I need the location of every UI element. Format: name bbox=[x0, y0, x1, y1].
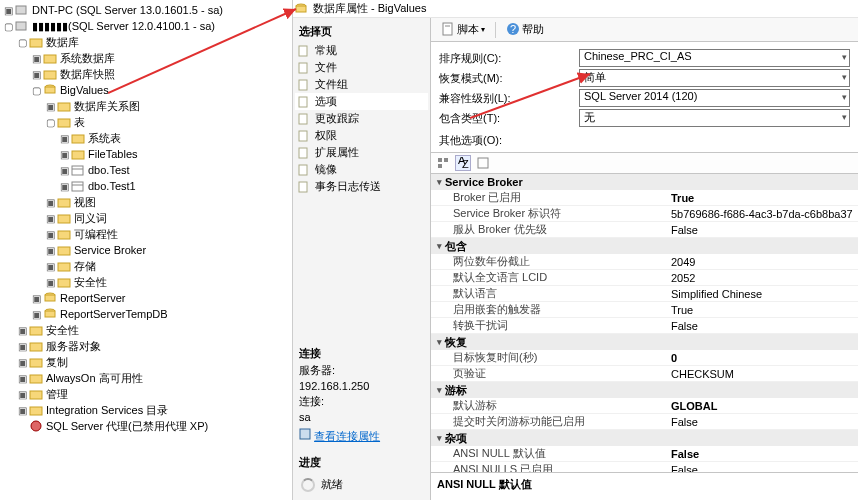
collation-dropdown[interactable]: Chinese_PRC_CI_AS▾ bbox=[579, 49, 850, 67]
grid-row[interactable]: 服从 Broker 优先级False bbox=[431, 222, 858, 238]
svg-rect-19 bbox=[58, 231, 70, 239]
view-connection-props-link[interactable]: 查看连接属性 bbox=[314, 430, 380, 442]
grid-row[interactable]: 转换干扰词False bbox=[431, 318, 858, 334]
page-icon bbox=[297, 147, 311, 159]
tree-node-security-top[interactable]: ▣安全性 bbox=[2, 322, 292, 338]
tree-node-alwayson[interactable]: ▣AlwaysOn 高可用性 bbox=[2, 370, 292, 386]
grid-row[interactable]: 两位数年份截止2049 bbox=[431, 254, 858, 270]
dialog-title: 数据库属性 - BigValues bbox=[313, 1, 427, 16]
script-icon bbox=[441, 22, 455, 38]
tree-node-databases[interactable]: ▢数据库 bbox=[2, 34, 292, 50]
recovery-dropdown[interactable]: 简单▾ bbox=[579, 69, 850, 87]
tree-node-tables[interactable]: ▢表 bbox=[2, 114, 292, 130]
grid-category[interactable]: ▾包含 bbox=[431, 238, 858, 254]
tree-node-storage[interactable]: ▣存储 bbox=[2, 258, 292, 274]
grid-row[interactable]: ANSI NULL 默认值False bbox=[431, 446, 858, 462]
select-page-item[interactable]: 文件组 bbox=[295, 76, 428, 93]
script-button[interactable]: 脚本▾ bbox=[437, 21, 489, 39]
server-label: 服务器: bbox=[295, 362, 428, 379]
select-page-item[interactable]: 文件 bbox=[295, 59, 428, 76]
other-options-label: 其他选项(O): bbox=[439, 133, 579, 148]
select-page-item[interactable]: 更改跟踪 bbox=[295, 110, 428, 127]
tree-node-service-broker[interactable]: ▣Service Broker bbox=[2, 242, 292, 258]
categorized-icon[interactable] bbox=[435, 155, 451, 171]
tree-node-sql-agent[interactable]: SQL Server 代理(已禁用代理 XP) bbox=[2, 418, 292, 434]
grid-row[interactable]: 页验证CHECKSUM bbox=[431, 366, 858, 382]
progress-label: 进度 bbox=[295, 453, 428, 473]
svg-rect-38 bbox=[299, 80, 307, 90]
property-grid[interactable]: ▾Service BrokerBroker 已启用TrueService Bro… bbox=[431, 174, 858, 472]
tree-node-table[interactable]: ▣dbo.Test1 bbox=[2, 178, 292, 194]
select-page-item[interactable]: 常规 bbox=[295, 42, 428, 59]
tree-node-db-snap[interactable]: ▣数据库快照 bbox=[2, 66, 292, 82]
form-area: 排序规则(C):Chinese_PRC_CI_AS▾ 恢复模式(M):简单▾ 兼… bbox=[431, 42, 858, 152]
containment-label: 包含类型(T): bbox=[439, 111, 579, 126]
grid-row[interactable]: 启用嵌套的触发器True bbox=[431, 302, 858, 318]
grid-row[interactable]: Broker 已启用True bbox=[431, 190, 858, 206]
object-explorer-tree[interactable]: ▣DNT-PC (SQL Server 13.0.1601.5 - sa) ▢▮… bbox=[0, 0, 293, 500]
compat-dropdown[interactable]: SQL Server 2014 (120)▾ bbox=[579, 89, 850, 107]
svg-rect-27 bbox=[30, 327, 42, 335]
tree-node-db-diagram[interactable]: ▣数据库关系图 bbox=[2, 98, 292, 114]
grid-row[interactable]: ANSI NULLS 已启用False bbox=[431, 462, 858, 472]
select-page-item[interactable]: 选项 bbox=[295, 93, 428, 110]
svg-rect-26 bbox=[45, 311, 55, 317]
database-icon bbox=[42, 83, 58, 97]
grid-row[interactable]: 默认游标GLOBAL bbox=[431, 398, 858, 414]
grid-row[interactable]: Service Broker 标识符5b769686-f686-4ac3-b7d… bbox=[431, 206, 858, 222]
tree-node-replication[interactable]: ▣复制 bbox=[2, 354, 292, 370]
grid-row[interactable]: 提交时关闭游标功能已启用False bbox=[431, 414, 858, 430]
grid-row[interactable]: 目标恢复时间(秒)0 bbox=[431, 350, 858, 366]
tree-node-table[interactable]: ▣dbo.Test bbox=[2, 162, 292, 178]
containment-dropdown[interactable]: 无▾ bbox=[579, 109, 850, 127]
page-icon bbox=[297, 96, 311, 108]
tree-node-views[interactable]: ▣视图 bbox=[2, 194, 292, 210]
server-icon bbox=[14, 3, 30, 17]
tree-node-file-tables[interactable]: ▣FileTables bbox=[2, 146, 292, 162]
alphabetical-icon[interactable]: AZ bbox=[455, 155, 471, 171]
properties-icon[interactable] bbox=[475, 155, 491, 171]
tree-node-sys-tables[interactable]: ▣系统表 bbox=[2, 130, 292, 146]
grid-row[interactable]: 默认语言Simplified Chinese bbox=[431, 286, 858, 302]
folder-icon bbox=[42, 67, 58, 81]
tree-node-security[interactable]: ▣安全性 bbox=[2, 274, 292, 290]
svg-rect-41 bbox=[299, 131, 307, 141]
tree-node-synonyms[interactable]: ▣同义词 bbox=[2, 210, 292, 226]
tree-node-db[interactable]: ▣ReportServer bbox=[2, 290, 292, 306]
tree-node-programmability[interactable]: ▣可编程性 bbox=[2, 226, 292, 242]
select-page-item[interactable]: 扩展属性 bbox=[295, 144, 428, 161]
tree-node-server[interactable]: ▢▮▮▮▮▮▮ (SQL Server 12.0.4100.1 - sa) bbox=[2, 18, 292, 34]
tree-node-server[interactable]: ▣DNT-PC (SQL Server 13.0.1601.5 - sa) bbox=[2, 2, 292, 18]
help-button[interactable]: ?帮助 bbox=[502, 21, 548, 39]
select-page-item[interactable]: 事务日志传送 bbox=[295, 178, 428, 195]
svg-rect-51 bbox=[444, 158, 448, 162]
select-page-item[interactable]: 权限 bbox=[295, 127, 428, 144]
tree-node-integration[interactable]: ▣Integration Services 目录 bbox=[2, 402, 292, 418]
folder-icon bbox=[28, 355, 44, 369]
database-icon bbox=[42, 307, 58, 321]
page-icon bbox=[297, 164, 311, 176]
grid-row[interactable]: 默认全文语言 LCID2052 bbox=[431, 270, 858, 286]
grid-category[interactable]: ▾杂项 bbox=[431, 430, 858, 446]
folder-icon bbox=[56, 211, 72, 225]
grid-category[interactable]: ▾Service Broker bbox=[431, 174, 858, 190]
select-page-item[interactable]: 镜像 bbox=[295, 161, 428, 178]
tree-node-bigvalues[interactable]: ▢BigValues bbox=[2, 82, 292, 98]
svg-rect-11 bbox=[72, 135, 84, 143]
folder-icon bbox=[56, 275, 72, 289]
page-icon bbox=[297, 113, 311, 125]
dialog-toolbar: 脚本▾ ?帮助 bbox=[431, 18, 858, 42]
grid-category[interactable]: ▾恢复 bbox=[431, 334, 858, 350]
svg-rect-42 bbox=[299, 148, 307, 158]
folder-icon bbox=[56, 243, 72, 257]
tree-node-server-obj[interactable]: ▣服务器对象 bbox=[2, 338, 292, 354]
spinner-icon bbox=[301, 478, 315, 492]
tree-node-sys-db[interactable]: ▣系统数据库 bbox=[2, 50, 292, 66]
table-icon bbox=[70, 179, 86, 193]
tree-node-management[interactable]: ▣管理 bbox=[2, 386, 292, 402]
dialog-left-pane: 选择页 常规文件文件组选项更改跟踪权限扩展属性镜像事务日志传送 连接 服务器: … bbox=[293, 18, 431, 500]
svg-rect-31 bbox=[30, 391, 42, 399]
tree-node-db[interactable]: ▣ReportServerTempDB bbox=[2, 306, 292, 322]
svg-rect-8 bbox=[45, 87, 55, 93]
grid-category[interactable]: ▾游标 bbox=[431, 382, 858, 398]
